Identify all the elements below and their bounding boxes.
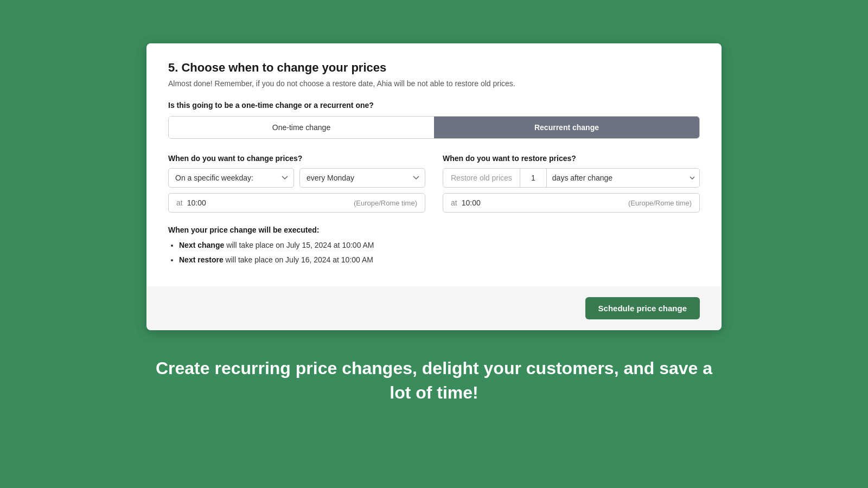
next-change-bold: Next change — [179, 241, 224, 249]
next-change-text: will take place on July 15, 2024 at 10:0… — [226, 241, 374, 249]
change-time-value: 10:00 — [187, 198, 354, 207]
restore-time-row: at 10:00 (Europe/Rome time) — [443, 193, 700, 213]
change-select-row: On a specific weekday: every Monday — [168, 168, 425, 188]
recurrent-tab[interactable]: Recurrent change — [434, 117, 699, 138]
next-restore-bold: Next restore — [179, 255, 224, 264]
change-prices-label: When do you want to change prices? — [168, 154, 425, 163]
restore-time-at-label: at — [451, 198, 457, 207]
next-restore-text: will take place on July 16, 2024 at 10:0… — [226, 255, 373, 264]
execution-title: When your price change will be executed: — [168, 226, 700, 234]
change-type-toggle: One-time change Recurrent change — [168, 116, 700, 139]
step-subtitle: Almost done! Remember, if you do not cho… — [168, 79, 700, 88]
weekday-type-select[interactable]: On a specific weekday: — [168, 168, 294, 188]
restore-prices-col: When do you want to restore prices? Rest… — [443, 154, 700, 213]
change-time-at-label: at — [176, 198, 183, 207]
card-footer: Schedule price change — [146, 286, 722, 330]
change-prices-col: When do you want to change prices? On a … — [168, 154, 425, 213]
execution-section: When your price change will be executed:… — [168, 226, 700, 266]
schedule-price-change-button[interactable]: Schedule price change — [585, 297, 700, 319]
bottom-tagline: Create recurring price changes, delight … — [146, 356, 722, 405]
restore-prices-label: When do you want to restore prices? — [443, 154, 700, 163]
list-item: Next restore will take place on July 16,… — [179, 254, 700, 266]
weekday-value-select[interactable]: every Monday — [299, 168, 425, 188]
restore-select-row: Restore old prices 1 days after change — [443, 168, 700, 188]
change-time-row: at 10:00 (Europe/Rome time) — [168, 193, 425, 213]
step-title: 5. Choose when to change your prices — [168, 61, 700, 75]
main-card: 5. Choose when to change your prices Alm… — [146, 43, 722, 330]
one-time-tab[interactable]: One-time change — [169, 117, 434, 138]
execution-list: Next change will take place on July 15, … — [168, 240, 700, 266]
change-type-question: Is this going to be a one-time change or… — [168, 101, 700, 110]
restore-days-input[interactable]: 1 — [520, 169, 547, 187]
list-item: Next change will take place on July 15, … — [179, 240, 700, 251]
card-content: 5. Choose when to change your prices Alm… — [146, 43, 722, 286]
restore-time-tz: (Europe/Rome time) — [628, 199, 692, 207]
change-time-tz: (Europe/Rome time) — [354, 199, 417, 207]
restore-days-select[interactable]: days after change — [547, 169, 699, 187]
two-column-layout: When do you want to change prices? On a … — [168, 154, 700, 213]
restore-time-value: 10:00 — [462, 198, 628, 207]
restore-old-prices-label: Restore old prices — [443, 169, 520, 187]
